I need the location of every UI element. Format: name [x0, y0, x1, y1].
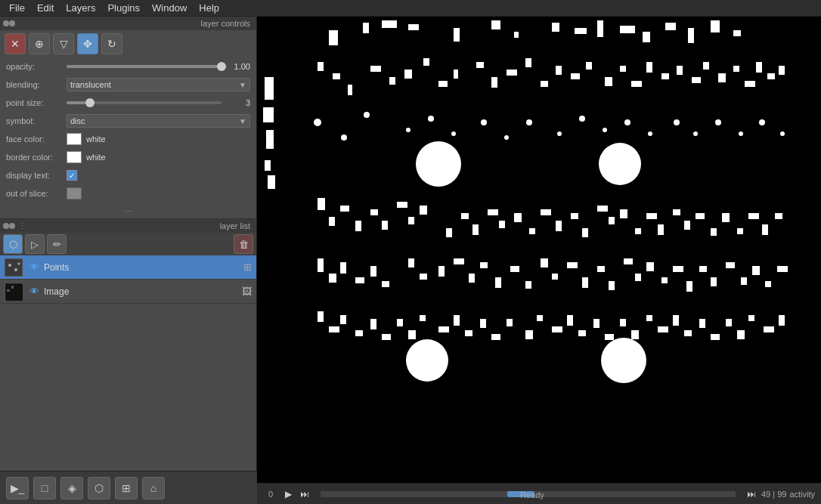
svg-rect-4: [7, 289, 10, 292]
svg-rect-5: [11, 286, 14, 289]
status-bar: 0 ▶ ⏭ ⏭ 49 | 99 activity: [257, 483, 821, 504]
layer-list-options[interactable]: ⋮: [18, 221, 26, 231]
pin-icon-3: [3, 223, 9, 229]
symbol-row: symbol: disc ▼: [0, 112, 256, 130]
blending-value: translucent: [70, 80, 111, 89]
display-text-label: display text:: [6, 171, 67, 180]
alt-3d-button[interactable]: ⬡: [88, 477, 110, 499]
bottom-toolbar: ▶_ □ ◈ ⬡ ⊞ ⌂: [0, 471, 257, 504]
grid-view-button[interactable]: ⊞: [115, 477, 138, 499]
opacity-label: opacity:: [6, 62, 67, 71]
layer-list-header: ⋮ layer list: [0, 219, 256, 233]
point-size-thumb[interactable]: [85, 98, 94, 107]
menu-layers[interactable]: Layers: [60, 1, 101, 15]
left-panel: layer controls ✕ ⊕ ▽ ✥ ↻ opacity: 1.00: [0, 17, 257, 504]
move-button[interactable]: ✥: [77, 33, 98, 54]
pin-icon: [3, 20, 9, 26]
face-color-text: white: [86, 135, 106, 144]
menu-bar: File Edit Layers Plugins Window Help: [0, 0, 821, 17]
point-size-label: point size:: [6, 98, 67, 107]
layer-icon-points: ⊞: [243, 261, 252, 273]
point-size-track[interactable]: [67, 101, 222, 104]
layer-thumb-points: [5, 258, 23, 277]
layer-controls-toolbar: ✕ ⊕ ▽ ✥ ↻: [0, 30, 256, 57]
blending-arrow: ▼: [239, 81, 246, 89]
menu-plugins[interactable]: Plugins: [101, 1, 146, 15]
symbol-value: disc: [70, 116, 85, 125]
3d-view-button[interactable]: ◈: [60, 477, 83, 499]
annotation-tool-button[interactable]: ✏: [47, 234, 67, 254]
activity-label: activity: [789, 490, 815, 499]
opacity-thumb[interactable]: [217, 62, 226, 71]
delete-layer-button[interactable]: 🗑: [234, 234, 253, 254]
border-color-label: border color:: [6, 153, 67, 162]
point-size-slider-container: 3: [67, 98, 250, 107]
blending-row: blending: translucent ▼: [0, 76, 256, 94]
2d-view-button[interactable]: □: [33, 477, 56, 499]
transform-button[interactable]: ↻: [101, 33, 122, 54]
add-layer-button[interactable]: ⊕: [29, 33, 50, 54]
menu-file[interactable]: File: [3, 1, 31, 15]
layer-row-image[interactable]: 👁 Image 🖼: [0, 280, 256, 304]
face-color-label: face color:: [6, 135, 67, 144]
opacity-slider-container: 1.00: [67, 62, 250, 71]
layer-controls-header: layer controls: [0, 17, 256, 30]
svg-point-1: [14, 268, 17, 271]
out-of-slice-label: out of slice:: [6, 189, 67, 198]
opacity-row: opacity: 1.00: [0, 57, 256, 76]
close-layer-button[interactable]: ✕: [5, 33, 26, 54]
console-button[interactable]: ▶_: [6, 477, 29, 499]
symbol-select[interactable]: disc ▼: [67, 114, 250, 128]
border-color-swatch[interactable]: [67, 151, 82, 163]
frame-counter: 49 | 99: [761, 490, 786, 499]
pin-icon-2: [9, 20, 15, 26]
symbol-arrow: ▼: [239, 117, 246, 125]
svg-point-2: [18, 262, 20, 264]
scrub-bar[interactable]: [321, 491, 736, 497]
play-button[interactable]: ▶: [281, 487, 295, 501]
skip-end-button[interactable]: ⏭: [745, 487, 758, 501]
menu-edit[interactable]: Edit: [31, 1, 60, 15]
face-color-swatch[interactable]: [67, 133, 82, 145]
layer-controls-title: layer controls: [201, 19, 250, 28]
canvas-container[interactable]: [257, 17, 821, 483]
layer-list-title: layer list: [220, 221, 250, 230]
eye-button-image[interactable]: 👁: [27, 285, 41, 298]
blending-label: blending:: [6, 80, 67, 89]
points-tool-button[interactable]: ⬡: [3, 234, 23, 254]
layer-name-points: Points: [44, 262, 243, 273]
layer-row-points[interactable]: 👁 Points ⊞: [0, 255, 256, 280]
layer-name-image: Image: [44, 286, 242, 297]
shape-tool-button[interactable]: ▷: [25, 234, 45, 254]
display-text-checkbox[interactable]: ✓: [67, 170, 77, 181]
scrub-position: [507, 491, 534, 497]
skip-button[interactable]: ⏭: [298, 487, 311, 501]
home-button[interactable]: ⌂: [142, 477, 165, 499]
border-color-row: border color: white: [0, 148, 256, 166]
symbol-label: symbol:: [6, 116, 67, 125]
layer-icon-image: 🖼: [242, 286, 252, 297]
layer-thumb-image: [5, 283, 23, 301]
out-of-slice-swatch[interactable]: [67, 187, 82, 199]
point-size-fill: [67, 101, 85, 104]
filter-button[interactable]: ▽: [53, 33, 74, 54]
menu-help[interactable]: Help: [193, 1, 225, 15]
point-size-value: 3: [226, 98, 250, 107]
layer-list-toolbar: ⬡ ▷ ✏ 🗑: [0, 233, 256, 255]
layer-list-section: ⋮ layer list ⬡ ▷ ✏ 🗑 👁: [0, 219, 256, 504]
opacity-track[interactable]: [67, 65, 222, 68]
display-text-row: display text: ✓: [0, 166, 256, 184]
face-color-row: face color: white: [0, 130, 256, 148]
svg-point-0: [8, 264, 11, 267]
opacity-value: 1.00: [226, 62, 250, 71]
blending-select[interactable]: translucent ▼: [67, 78, 250, 91]
eye-button-points[interactable]: 👁: [27, 261, 41, 274]
canvas-area: 0 ▶ ⏭ ⏭ 49 | 99 activity Ready: [257, 17, 821, 504]
out-of-slice-row: out of slice:: [0, 184, 256, 203]
opacity-fill: [67, 65, 222, 68]
menu-window[interactable]: Window: [146, 1, 193, 15]
border-color-text: white: [86, 153, 106, 162]
main-canvas[interactable]: [257, 17, 821, 483]
point-size-row: point size: 3: [0, 94, 256, 112]
more-dots: ···: [0, 203, 256, 218]
